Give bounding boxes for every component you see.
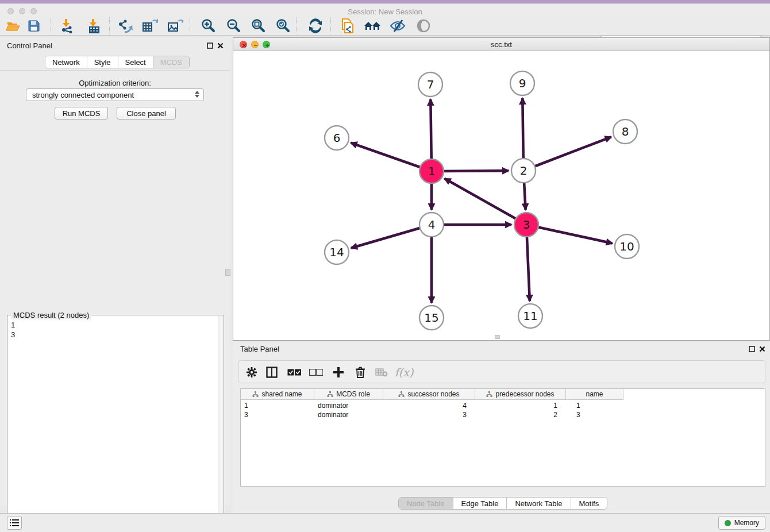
- attribute-icon: [252, 391, 259, 398]
- zoom-out-icon[interactable]: [224, 18, 243, 34]
- canvas-hscrollbar[interactable]: [495, 335, 500, 339]
- node-label-10: 10: [619, 240, 634, 253]
- zoom-in-icon[interactable]: [198, 18, 218, 34]
- memory-button[interactable]: Memory: [718, 516, 765, 530]
- tab-network[interactable]: Network: [45, 56, 87, 68]
- delete-table-icon[interactable]: [373, 364, 390, 380]
- node-label-11: 11: [523, 309, 537, 323]
- node-label-14: 14: [329, 245, 344, 259]
- main-toolbar: [0, 16, 770, 36]
- delete-column-icon[interactable]: [352, 364, 369, 380]
- table-panel-header: Table Panel: [233, 341, 770, 357]
- tab-network-table[interactable]: Network Table: [507, 498, 571, 510]
- column-label: predecessor nodes: [495, 390, 554, 398]
- open-session-icon[interactable]: [3, 18, 23, 34]
- column-header-MCDS-role[interactable]: MCDS role: [314, 389, 383, 400]
- column-header-shared-name[interactable]: shared name: [241, 389, 314, 400]
- network-view-window: scc.txt 1234678910111415: [233, 37, 770, 341]
- list-icon: [10, 519, 19, 527]
- cell-shared-name: 3: [241, 410, 314, 419]
- table-settings-icon[interactable]: [243, 364, 260, 380]
- import-table-icon[interactable]: [84, 18, 104, 34]
- application-window: Session: New Session: [0, 0, 770, 532]
- node-label-4: 4: [428, 218, 436, 232]
- column-label: shared name: [261, 390, 302, 398]
- table-row[interactable]: 3dominator323: [241, 410, 623, 419]
- status-bar: Memory: [0, 513, 770, 532]
- close-panel-icon[interactable]: [217, 42, 224, 49]
- result-scrollbar[interactable]: [218, 316, 223, 532]
- export-network-icon[interactable]: [115, 18, 134, 34]
- tab-node-table[interactable]: Node Table: [399, 498, 453, 510]
- edge-3-10[interactable]: [526, 225, 613, 243]
- node-label-3: 3: [523, 218, 530, 232]
- cell-predecessor-nodes: 2: [475, 410, 566, 419]
- close-panel-button[interactable]: Close panel: [117, 107, 176, 119]
- hide-selected-icon[interactable]: [388, 18, 407, 34]
- apply-layout-icon[interactable]: [306, 18, 325, 34]
- table-panel-title: Table Panel: [240, 345, 279, 353]
- table-panel: Table Panel: [233, 341, 770, 513]
- edge-1-6[interactable]: [351, 143, 432, 171]
- toggle-columns-icon[interactable]: [263, 364, 280, 380]
- column-header-name[interactable]: name: [566, 389, 623, 400]
- node-table: shared nameMCDS rolesuccessor nodesprede…: [240, 388, 765, 487]
- run-mcds-button[interactable]: Run MCDS: [55, 107, 108, 119]
- node-label-1: 1: [428, 164, 436, 178]
- tab-select[interactable]: Select: [118, 56, 153, 68]
- cell-successor-nodes: 4: [383, 401, 475, 410]
- mcds-result-text[interactable]: 1 3: [11, 320, 15, 340]
- network-title: scc.txt: [233, 40, 769, 49]
- zoom-selected-icon[interactable]: [273, 18, 292, 34]
- edge-3-1[interactable]: [445, 179, 526, 225]
- tab-mcds[interactable]: MCDS: [153, 56, 189, 68]
- memory-status-icon: [725, 520, 731, 526]
- import-network-icon[interactable]: [57, 18, 77, 34]
- column-label: name: [586, 390, 603, 398]
- cell-name: 3: [566, 410, 623, 419]
- tab-edge-table[interactable]: Edge Table: [453, 498, 507, 510]
- column-header-successor-nodes[interactable]: successor nodes: [383, 389, 475, 400]
- attribute-icon: [486, 391, 492, 398]
- mcds-result-box: MCDS result (2 nodes) 1 3: [7, 315, 224, 532]
- table-header-row: shared nameMCDS rolesuccessor nodesprede…: [241, 389, 623, 400]
- mcds-tab-content: Optimization criterion: strongly connect…: [0, 70, 230, 506]
- export-image-icon[interactable]: [165, 18, 185, 34]
- node-label-8: 8: [622, 125, 629, 138]
- edge-2-8[interactable]: [523, 137, 611, 171]
- tab-motifs[interactable]: Motifs: [571, 498, 607, 510]
- add-column-icon[interactable]: [330, 364, 347, 380]
- network-window-titlebar[interactable]: scc.txt: [233, 38, 769, 51]
- control-panel: Control Panel NetworkStyleSelectMCDS Opt…: [0, 37, 230, 506]
- float-table-panel-icon[interactable]: [748, 345, 756, 353]
- task-history-button[interactable]: [7, 516, 22, 530]
- control-panel-tabs: NetworkStyleSelectMCDS: [45, 56, 190, 68]
- control-panel-title: Control Panel: [7, 41, 52, 50]
- show-all-icon[interactable]: [414, 18, 433, 34]
- cell-predecessor-nodes: 1: [475, 401, 566, 410]
- toolbar-separator: [190, 17, 190, 34]
- network-canvas[interactable]: 1234678910111415: [233, 51, 769, 340]
- export-table-icon[interactable]: [140, 18, 160, 34]
- table-row[interactable]: 1dominator411: [241, 401, 623, 410]
- criterion-select[interactable]: strongly connected component: [26, 88, 204, 101]
- zoom-fit-icon[interactable]: [248, 18, 268, 34]
- close-table-panel-icon[interactable]: [759, 345, 766, 353]
- clone-network-icon[interactable]: [338, 18, 357, 34]
- float-panel-icon[interactable]: [206, 42, 214, 49]
- node-label-7: 7: [427, 78, 434, 91]
- tab-style[interactable]: Style: [87, 56, 118, 68]
- cell-MCDS-role: dominator: [314, 401, 383, 410]
- first-neighbors-icon[interactable]: [363, 18, 382, 34]
- select-all-icon[interactable]: [286, 364, 303, 380]
- deselect-all-icon[interactable]: [307, 364, 325, 380]
- node-label-9: 9: [519, 76, 526, 90]
- column-label: successor nodes: [407, 390, 459, 398]
- toolbar-separator: [51, 17, 51, 34]
- cell-MCDS-role: dominator: [314, 410, 383, 419]
- toolbar-separator: [109, 17, 110, 34]
- save-session-icon[interactable]: [24, 18, 44, 34]
- panel-splitter-handle[interactable]: [225, 269, 230, 276]
- column-header-predecessor-nodes[interactable]: predecessor nodes: [475, 389, 566, 400]
- function-builder-icon[interactable]: f(x): [395, 364, 413, 380]
